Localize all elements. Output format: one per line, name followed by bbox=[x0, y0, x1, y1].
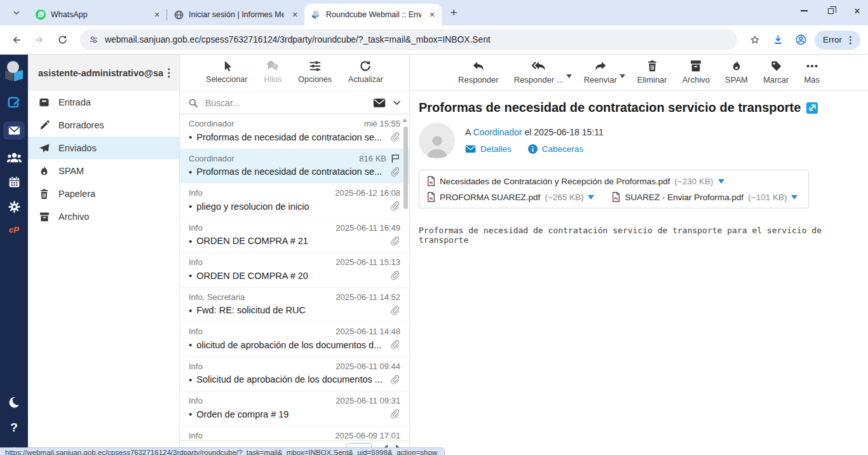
message-subject: pliego y resolucion de inicio bbox=[196, 201, 390, 212]
delete-button[interactable]: Eliminar bbox=[637, 59, 667, 90]
message-row[interactable]: Info2025-06-11 14:48•olicitud de aprobac… bbox=[180, 322, 409, 357]
help-button[interactable]: ? bbox=[10, 421, 18, 435]
mail-nav-button[interactable] bbox=[3, 121, 25, 140]
spam-button[interactable]: SPAM bbox=[725, 59, 748, 90]
forward-button[interactable] bbox=[31, 31, 48, 49]
browser-tab-informes[interactable]: Iniciar sesión | Informes Mensua ✕ bbox=[167, 4, 304, 25]
browser-menu-error-button[interactable]: Error ⋮ bbox=[815, 31, 860, 50]
paperclip-icon bbox=[390, 339, 400, 350]
open-in-new-window-icon[interactable] bbox=[806, 102, 818, 114]
reply-all-icon bbox=[531, 59, 547, 73]
reply-button[interactable]: Responder bbox=[458, 59, 499, 90]
folder-item-entrada[interactable]: Entrada bbox=[28, 91, 179, 114]
paperclip-icon bbox=[390, 166, 400, 177]
folder-options-kebab-icon[interactable]: ⋮ bbox=[163, 67, 174, 78]
recipient-link[interactable]: Coordinador bbox=[473, 127, 522, 137]
downloads-icon[interactable] bbox=[769, 31, 787, 49]
select-button[interactable]: Seleccionar bbox=[206, 59, 247, 91]
message-row[interactable]: Info2025-06-11 16:49•ORDEN DE COMPRA # 2… bbox=[180, 219, 409, 254]
list-scrollbar[interactable] bbox=[403, 126, 408, 209]
bookmark-star-icon[interactable] bbox=[746, 31, 764, 49]
attachment-item[interactable]: SUAREZ - Enviar Proforma.pdf (~101 KB) bbox=[612, 192, 797, 202]
more-button[interactable]: Más bbox=[804, 59, 820, 90]
forward-dropdown-icon[interactable] bbox=[620, 74, 625, 78]
mark-button[interactable]: Marcar bbox=[763, 59, 789, 90]
roundcube-app: cP ? asistente-administrativo@sa... ⋮ En… bbox=[0, 55, 868, 455]
reply-all-dropdown-icon[interactable] bbox=[566, 74, 572, 78]
forward-icon bbox=[593, 59, 608, 73]
profile-icon[interactable] bbox=[792, 31, 810, 49]
tab-close-icon[interactable]: ✕ bbox=[426, 9, 438, 20]
tab-close-icon[interactable]: ✕ bbox=[151, 9, 163, 20]
url-text[interactable]: webmail.sanjuan.gob.ec/cpsess7632716124/… bbox=[105, 35, 491, 44]
more-dots-icon bbox=[804, 59, 820, 73]
search-options-chevron-icon[interactable] bbox=[392, 98, 402, 107]
message-sender: Info bbox=[189, 362, 203, 371]
message-row[interactable]: Info2025-06-11 15:13•ORDEN DE COMPRA # 2… bbox=[180, 253, 409, 288]
message-list-panel: Seleccionar Hilos Opciones Actualizar Co… bbox=[180, 55, 410, 455]
tab-title: Iniciar sesión | Informes Mensua bbox=[189, 10, 284, 19]
headers-toggle[interactable]: Cabeceras bbox=[528, 144, 583, 154]
scrollbar-up-arrow[interactable] bbox=[402, 118, 407, 122]
compose-button[interactable] bbox=[7, 95, 22, 110]
details-toggle[interactable]: Detalles bbox=[465, 144, 512, 154]
tab-close-icon[interactable]: ✕ bbox=[289, 9, 301, 20]
refresh-icon bbox=[358, 59, 372, 73]
window-minimize-button[interactable] bbox=[799, 6, 808, 15]
refresh-button[interactable]: Actualizar bbox=[348, 59, 383, 91]
reply-label: Responder bbox=[458, 75, 499, 85]
attachment-size: (~230 KB) bbox=[674, 177, 713, 186]
window-restore-button[interactable] bbox=[826, 6, 835, 15]
globe-favicon-icon bbox=[173, 10, 184, 20]
address-bar[interactable]: webmail.sanjuan.gob.ec/cpsess7632716124/… bbox=[80, 29, 737, 50]
forward-button[interactable]: Reenviar bbox=[584, 59, 617, 90]
folder-item-papelera[interactable]: Papelera bbox=[28, 182, 179, 205]
dark-mode-toggle[interactable] bbox=[7, 395, 21, 409]
message-subject: Proformas de necesidad de contratacion s… bbox=[196, 166, 390, 177]
contacts-nav-button[interactable] bbox=[6, 151, 22, 164]
cpanel-logo[interactable]: cP bbox=[9, 225, 19, 234]
attachment-item[interactable]: Necesidades de Contratación y Recepción … bbox=[427, 176, 724, 186]
options-button[interactable]: Opciones bbox=[298, 59, 332, 91]
folder-item-spam[interactable]: SPAM bbox=[28, 160, 179, 182]
browser-tab-roundcube-active[interactable]: Roundcube Webmail :: Enviados ✕ bbox=[304, 4, 442, 25]
message-subject: Proformas de necesidad de contratacion s… bbox=[419, 100, 801, 115]
calendar-nav-button[interactable] bbox=[8, 175, 21, 189]
browser-toolbar: webmail.sanjuan.gob.ec/cpsess7632716124/… bbox=[0, 25, 868, 55]
tab-search-button[interactable] bbox=[8, 4, 25, 22]
browser-tab-whatsapp[interactable]: WhatsApp ✕ bbox=[29, 4, 166, 25]
attachment-name: Necesidades de Contratación y Recepción … bbox=[440, 177, 670, 186]
trash-icon bbox=[646, 59, 658, 73]
flag-icon bbox=[390, 154, 400, 163]
settings-nav-button[interactable] bbox=[8, 200, 21, 214]
reply-all-button[interactable]: Responder ... bbox=[514, 59, 564, 90]
window-controls: ✕ bbox=[799, 0, 862, 22]
message-row[interactable]: Coordinadormié 15:55•Proformas de necesi… bbox=[180, 114, 409, 149]
search-scope-mail-icon[interactable] bbox=[373, 98, 386, 108]
message-row[interactable]: Coordinador816 KB•Proformas de necesidad… bbox=[180, 149, 409, 184]
back-button[interactable] bbox=[8, 31, 25, 49]
folder-sidebar: asistente-administrativo@sa... ⋮ Entrada… bbox=[28, 55, 180, 455]
message-row[interactable]: Info2025-06-12 16:08•pliego y resolucion… bbox=[180, 184, 409, 219]
search-input[interactable] bbox=[205, 98, 367, 108]
unread-dot-icon: • bbox=[189, 375, 192, 384]
unread-dot-icon: • bbox=[189, 306, 192, 315]
reload-button[interactable] bbox=[53, 31, 71, 49]
more-label: Más bbox=[804, 75, 820, 85]
folder-item-enviados[interactable]: Enviados bbox=[28, 137, 179, 160]
archive-button[interactable]: Archivo bbox=[682, 59, 710, 90]
message-row[interactable]: Info2025-06-11 09:31•Orden de compra # 1… bbox=[180, 391, 409, 426]
attachment-dropdown-icon[interactable] bbox=[588, 195, 594, 200]
message-row[interactable]: Info2025-06-11 09:44•Solicitud de aproba… bbox=[180, 357, 409, 392]
threads-button[interactable]: Hilos bbox=[264, 59, 281, 91]
window-close-button[interactable]: ✕ bbox=[853, 6, 862, 15]
attachment-dropdown-icon[interactable] bbox=[718, 179, 724, 184]
message-row[interactable]: Info, Secretaria2025-06-11 14:52•Fwd: RE… bbox=[180, 288, 409, 323]
folder-item-archivo[interactable]: Archivo bbox=[28, 205, 179, 228]
browser-menu-kebab-icon[interactable]: ⋮ bbox=[846, 35, 855, 44]
message-sender: Info bbox=[189, 327, 203, 336]
folder-item-borradores[interactable]: Borradores bbox=[28, 114, 179, 137]
attachment-dropdown-icon[interactable] bbox=[791, 195, 797, 200]
new-tab-button[interactable]: + bbox=[445, 4, 462, 21]
attachment-item[interactable]: PROFORMA SUAREZ.pdf (~265 KB) bbox=[427, 192, 594, 202]
